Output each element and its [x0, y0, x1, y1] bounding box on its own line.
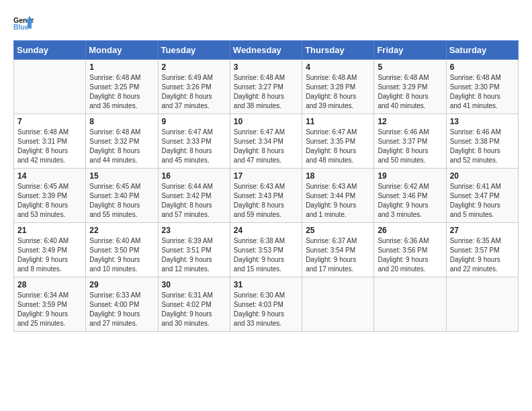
calendar-cell: 11Sunrise: 6:47 AMSunset: 3:35 PMDayligh… [302, 114, 374, 169]
cell-info: Sunrise: 6:48 AMSunset: 3:30 PMDaylight:… [450, 74, 501, 109]
cell-info: Sunrise: 6:48 AMSunset: 3:32 PMDaylight:… [89, 128, 140, 164]
cell-info: Sunrise: 6:38 AMSunset: 3:53 PMDaylight:… [234, 237, 285, 273]
day-number: 27 [450, 226, 515, 235]
cell-info: Sunrise: 6:42 AMSunset: 3:46 PMDaylight:… [378, 183, 429, 218]
calendar-cell: 7Sunrise: 6:48 AMSunset: 3:31 PMDaylight… [14, 114, 86, 169]
calendar-cell: 28Sunrise: 6:34 AMSunset: 3:59 PMDayligh… [14, 277, 86, 332]
calendar-cell: 26Sunrise: 6:36 AMSunset: 3:56 PMDayligh… [374, 223, 446, 277]
header-thursday: Thursday [302, 41, 374, 60]
day-number: 11 [306, 117, 370, 126]
day-number: 5 [378, 62, 442, 72]
week-row-4: 21Sunrise: 6:40 AMSunset: 3:49 PMDayligh… [14, 223, 519, 277]
day-number: 2 [162, 62, 226, 72]
calendar-cell [374, 277, 446, 332]
day-number: 1 [89, 62, 154, 72]
calendar-cell [446, 277, 518, 332]
svg-text:Blue: Blue [13, 23, 29, 31]
day-number: 18 [306, 171, 370, 181]
cell-info: Sunrise: 6:48 AMSunset: 3:27 PMDaylight:… [234, 74, 285, 109]
cell-info: Sunrise: 6:35 AMSunset: 3:57 PMDaylight:… [450, 237, 501, 273]
cell-info: Sunrise: 6:44 AMSunset: 3:42 PMDaylight:… [162, 183, 213, 218]
day-number: 25 [306, 226, 370, 235]
calendar-cell: 15Sunrise: 6:45 AMSunset: 3:40 PMDayligh… [86, 169, 158, 223]
calendar-cell: 13Sunrise: 6:46 AMSunset: 3:38 PMDayligh… [446, 114, 518, 169]
cell-info: Sunrise: 6:48 AMSunset: 3:25 PMDaylight:… [89, 74, 140, 109]
calendar-cell: 3Sunrise: 6:48 AMSunset: 3:27 PMDaylight… [230, 60, 302, 114]
calendar-cell: 21Sunrise: 6:40 AMSunset: 3:49 PMDayligh… [14, 223, 86, 277]
calendar-cell: 19Sunrise: 6:42 AMSunset: 3:46 PMDayligh… [374, 169, 446, 223]
calendar-cell: 24Sunrise: 6:38 AMSunset: 3:53 PMDayligh… [230, 223, 302, 277]
day-number: 3 [234, 62, 298, 72]
cell-info: Sunrise: 6:43 AMSunset: 3:44 PMDaylight:… [306, 183, 357, 218]
day-number: 19 [378, 171, 442, 181]
calendar-cell: 31Sunrise: 6:30 AMSunset: 4:03 PMDayligh… [230, 277, 302, 332]
calendar-cell: 14Sunrise: 6:45 AMSunset: 3:39 PMDayligh… [14, 169, 86, 223]
day-number: 21 [17, 226, 82, 235]
calendar-cell [14, 60, 86, 114]
calendar-cell: 12Sunrise: 6:46 AMSunset: 3:37 PMDayligh… [374, 114, 446, 169]
logo: General Blue [13, 13, 36, 34]
day-number: 8 [89, 117, 154, 126]
cell-info: Sunrise: 6:47 AMSunset: 3:33 PMDaylight:… [162, 128, 213, 164]
cell-info: Sunrise: 6:47 AMSunset: 3:35 PMDaylight:… [306, 128, 357, 164]
calendar-cell: 2Sunrise: 6:49 AMSunset: 3:26 PMDaylight… [158, 60, 230, 114]
calendar-cell: 27Sunrise: 6:35 AMSunset: 3:57 PMDayligh… [446, 223, 518, 277]
header-friday: Friday [374, 41, 446, 60]
header-wednesday: Wednesday [230, 41, 302, 60]
day-number: 30 [162, 280, 226, 289]
cell-info: Sunrise: 6:34 AMSunset: 3:59 PMDaylight:… [17, 291, 69, 327]
day-number: 6 [450, 62, 515, 72]
day-number: 31 [234, 280, 298, 289]
cell-info: Sunrise: 6:43 AMSunset: 3:43 PMDaylight:… [234, 183, 285, 218]
header-monday: Monday [86, 41, 158, 60]
cell-info: Sunrise: 6:40 AMSunset: 3:50 PMDaylight:… [89, 237, 140, 273]
day-number: 4 [306, 62, 370, 72]
day-number: 9 [162, 117, 226, 126]
calendar-cell: 18Sunrise: 6:43 AMSunset: 3:44 PMDayligh… [302, 169, 374, 223]
day-number: 23 [162, 226, 226, 235]
header-tuesday: Tuesday [158, 41, 230, 60]
calendar-cell [302, 277, 374, 332]
cell-info: Sunrise: 6:39 AMSunset: 3:51 PMDaylight:… [162, 237, 213, 273]
calendar-cell: 10Sunrise: 6:47 AMSunset: 3:34 PMDayligh… [230, 114, 302, 169]
calendar-cell: 20Sunrise: 6:41 AMSunset: 3:47 PMDayligh… [446, 169, 518, 223]
calendar-cell: 16Sunrise: 6:44 AMSunset: 3:42 PMDayligh… [158, 169, 230, 223]
cell-info: Sunrise: 6:31 AMSunset: 4:02 PMDaylight:… [162, 291, 213, 327]
calendar-cell: 6Sunrise: 6:48 AMSunset: 3:30 PMDaylight… [446, 60, 518, 114]
day-number: 15 [89, 171, 154, 181]
week-row-3: 14Sunrise: 6:45 AMSunset: 3:39 PMDayligh… [14, 169, 519, 223]
day-number: 14 [17, 171, 82, 181]
day-number: 16 [162, 171, 226, 181]
cell-info: Sunrise: 6:41 AMSunset: 3:47 PMDaylight:… [450, 183, 501, 218]
cell-info: Sunrise: 6:46 AMSunset: 3:38 PMDaylight:… [450, 128, 501, 164]
cell-info: Sunrise: 6:49 AMSunset: 3:26 PMDaylight:… [162, 74, 213, 109]
calendar-cell: 5Sunrise: 6:48 AMSunset: 3:29 PMDaylight… [374, 60, 446, 114]
calendar-cell: 25Sunrise: 6:37 AMSunset: 3:54 PMDayligh… [302, 223, 374, 277]
cell-info: Sunrise: 6:45 AMSunset: 3:40 PMDaylight:… [89, 183, 140, 218]
day-number: 12 [378, 117, 442, 126]
day-number: 29 [89, 280, 154, 289]
calendar-cell: 4Sunrise: 6:48 AMSunset: 3:28 PMDaylight… [302, 60, 374, 114]
header-row: SundayMondayTuesdayWednesdayThursdayFrid… [14, 41, 519, 60]
day-number: 22 [89, 226, 154, 235]
day-number: 20 [450, 171, 515, 181]
day-number: 24 [234, 226, 298, 235]
header-saturday: Saturday [446, 41, 518, 60]
calendar-cell: 8Sunrise: 6:48 AMSunset: 3:32 PMDaylight… [86, 114, 158, 169]
calendar-cell: 22Sunrise: 6:40 AMSunset: 3:50 PMDayligh… [86, 223, 158, 277]
cell-info: Sunrise: 6:37 AMSunset: 3:54 PMDaylight:… [306, 237, 357, 273]
cell-info: Sunrise: 6:48 AMSunset: 3:31 PMDaylight:… [17, 128, 69, 164]
day-number: 7 [17, 117, 82, 126]
calendar-cell: 23Sunrise: 6:39 AMSunset: 3:51 PMDayligh… [158, 223, 230, 277]
calendar-cell: 17Sunrise: 6:43 AMSunset: 3:43 PMDayligh… [230, 169, 302, 223]
cell-info: Sunrise: 6:46 AMSunset: 3:37 PMDaylight:… [378, 128, 429, 164]
cell-info: Sunrise: 6:48 AMSunset: 3:28 PMDaylight:… [306, 74, 357, 109]
day-number: 28 [17, 280, 82, 289]
cell-info: Sunrise: 6:45 AMSunset: 3:39 PMDaylight:… [17, 183, 69, 218]
cell-info: Sunrise: 6:48 AMSunset: 3:29 PMDaylight:… [378, 74, 429, 109]
day-number: 13 [450, 117, 515, 126]
calendar-cell: 9Sunrise: 6:47 AMSunset: 3:33 PMDaylight… [158, 114, 230, 169]
cell-info: Sunrise: 6:40 AMSunset: 3:49 PMDaylight:… [17, 237, 69, 273]
cell-info: Sunrise: 6:33 AMSunset: 4:00 PMDaylight:… [89, 291, 140, 327]
day-number: 10 [234, 117, 298, 126]
